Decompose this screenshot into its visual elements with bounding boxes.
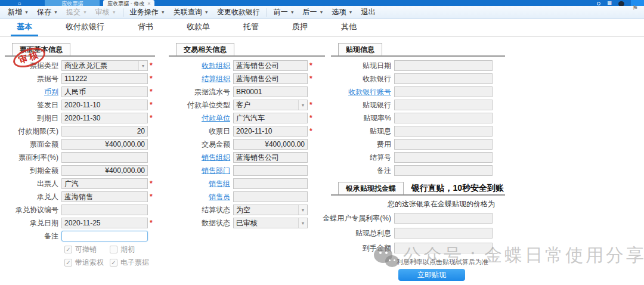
field-payment-term-days[interactable]: 20: [61, 126, 148, 137]
field-discount-bank[interactable]: [394, 100, 493, 110]
user-avatar[interactable]: [618, 1, 624, 6]
link-salesperson[interactable]: 销售员: [169, 192, 233, 202]
tab-endorsement[interactable]: 背书: [132, 19, 159, 36]
required-marker: *: [308, 127, 314, 135]
chevron-down-icon: ▼: [112, 10, 116, 14]
required-marker: *: [148, 193, 154, 201]
section-discount-promo: 银承贴现找金蝶 银行直贴，10秒安全到账 您的这张银承在金蝶贴现的价格为 金蝶用…: [331, 182, 505, 281]
pin-icon[interactable]: ⚑: [632, 4, 638, 12]
field-due-date[interactable]: 2020-11-30: [61, 113, 148, 123]
business-operation-button[interactable]: 业务操作▼: [126, 6, 169, 19]
tab-basic[interactable]: 基本: [11, 19, 38, 36]
checkbox-electronic-bill[interactable]: ✓电子票据: [110, 258, 155, 268]
change-receiving-bank-label: 变更收款银行: [217, 7, 260, 17]
chevron-down-icon: ▼: [54, 10, 58, 14]
field-maturity-amount[interactable]: ¥400,000.00: [61, 165, 148, 176]
field-kingdee-user-rate[interactable]: [394, 213, 493, 224]
field-acceptance-agreement-no[interactable]: [61, 205, 148, 215]
field-drawer[interactable]: 广汽: [61, 178, 148, 189]
form-area: 审核 票面基本信息票据类型商业承兑汇票▼*票据号111222*币别人民币*签发日…: [0, 37, 644, 285]
field-settlement-org[interactable]: 蓝海销售公司: [233, 73, 308, 84]
field-sales-group[interactable]: [233, 178, 308, 189]
options-label: 选项: [332, 7, 346, 17]
field-receiving-bank-account[interactable]: [394, 86, 493, 97]
checkbox-with-recourse-box: ✓: [64, 259, 72, 267]
checkbox-revocable[interactable]: ✓可撤销: [64, 244, 110, 255]
linked-query-button[interactable]: 关联查询▼: [169, 6, 213, 19]
link-sales-org[interactable]: 销售组织: [169, 153, 233, 163]
section-transaction-info: 交易相关信息收款组织蓝海销售公司*结算组织蓝海销售公司*票据流水号BR0001*…: [169, 43, 325, 231]
exit-button[interactable]: 退出: [357, 6, 379, 19]
field-discount-date[interactable]: [394, 60, 493, 71]
next-button[interactable]: 后一▼: [299, 6, 328, 19]
label-remark: 备注: [5, 231, 61, 241]
field-receiving-bank[interactable]: [394, 73, 493, 84]
field-fee[interactable]: [394, 139, 493, 150]
search-icon[interactable]: [597, 2, 600, 5]
link-sales-dept[interactable]: 销售部门: [169, 166, 233, 176]
field-discount-remark[interactable]: [394, 165, 493, 176]
field-receipt-date[interactable]: 2020-11-10: [233, 126, 308, 137]
field-bill-no[interactable]: 111222: [61, 73, 148, 84]
promo-headline: 银行直贴，10秒安全到账: [404, 183, 505, 194]
field-bill-type[interactable]: 商业承兑汇票▼: [61, 60, 148, 71]
tab-other[interactable]: 其他: [335, 19, 363, 36]
apps-grid-icon[interactable]: ▦: [607, 0, 612, 6]
link-currency[interactable]: 币别: [5, 87, 61, 97]
field-discount-interest[interactable]: [394, 126, 493, 137]
checkbox-with-recourse[interactable]: ✓带追索权: [64, 258, 110, 268]
new-button[interactable]: 新增▼: [4, 6, 33, 19]
field-receiving-org[interactable]: 蓝海销售公司: [233, 60, 308, 71]
options-button[interactable]: 选项▼: [328, 6, 357, 19]
link-payer[interactable]: 付款单位: [169, 113, 233, 123]
window-tab-receivable-bills[interactable]: 应收票据: [45, 0, 100, 6]
form-row: 签发日2020-11-10*: [5, 100, 155, 110]
field-settlement-no[interactable]: [394, 152, 493, 163]
link-receiving-org[interactable]: 收款组织: [169, 61, 233, 71]
link-sales-group[interactable]: 销售组: [169, 179, 233, 189]
link-settlement-org[interactable]: 结算组织: [169, 74, 233, 84]
close-icon[interactable]: ×: [147, 0, 150, 6]
field-sales-dept[interactable]: [233, 165, 308, 176]
previous-label: 前一: [274, 7, 288, 17]
field-total-discount-interest[interactable]: [394, 228, 493, 238]
field-net-amount[interactable]: [394, 243, 493, 253]
field-transaction-amount[interactable]: ¥400,000.00: [233, 139, 308, 150]
field-acceptance-date[interactable]: 2020-11-25: [61, 218, 148, 228]
label-drawer: 出票人: [5, 179, 61, 189]
field-settlement-status[interactable]: 为空▼: [233, 205, 308, 215]
form-row: 收款银行*: [331, 73, 505, 84]
field-bill-serial-no[interactable]: BR0001: [233, 86, 308, 97]
field-remark[interactable]: [61, 231, 148, 241]
discount-now-button[interactable]: 立即贴现: [398, 269, 465, 281]
tab-payment-banks[interactable]: 收付款银行: [60, 19, 110, 36]
field-payer-type[interactable]: 客户▼: [233, 100, 308, 110]
tab-receipt[interactable]: 收款单: [181, 19, 216, 36]
change-receiving-bank-button[interactable]: 变更收款银行: [213, 6, 264, 19]
link-receiving-bank-account[interactable]: 收款银行账号: [331, 87, 394, 97]
field-discount-rate[interactable]: [394, 113, 493, 123]
field-salesperson[interactable]: [233, 191, 308, 202]
field-acceptor-value: 蓝海销售: [62, 192, 147, 202]
section-header-right: 贴现信息: [331, 43, 505, 57]
field-issue-date[interactable]: 2020-11-10: [61, 100, 148, 110]
field-acceptor[interactable]: 蓝海销售: [61, 191, 148, 202]
checkbox-opening[interactable]: 期初: [110, 244, 155, 255]
required-marker: *: [308, 114, 314, 122]
field-payer[interactable]: 广汽汽车: [233, 113, 308, 123]
form-row: 付款期限(天)20*: [5, 126, 155, 137]
chevron-down-icon: ▼: [138, 61, 147, 70]
section-title-middle: 交易相关信息: [176, 43, 234, 55]
window-tab-receivable-bills-edit[interactable]: 应收票据 - 修改×: [103, 0, 154, 6]
field-sales-org[interactable]: 蓝海销售公司: [233, 152, 308, 163]
previous-button[interactable]: 前一▼: [270, 6, 299, 19]
field-face-amount[interactable]: ¥400,000.00: [61, 139, 148, 150]
field-data-status[interactable]: 已审核▼: [233, 218, 308, 228]
tab-custody[interactable]: 托管: [237, 19, 265, 36]
field-currency[interactable]: 人民币: [61, 86, 148, 97]
field-face-rate[interactable]: [61, 152, 148, 163]
save-button[interactable]: 保存▼: [33, 6, 62, 19]
field-drawer-value: 广汽: [62, 179, 147, 189]
field-face-amount-value: ¥400,000.00: [62, 140, 147, 148]
tab-pledge[interactable]: 质押: [286, 19, 314, 36]
